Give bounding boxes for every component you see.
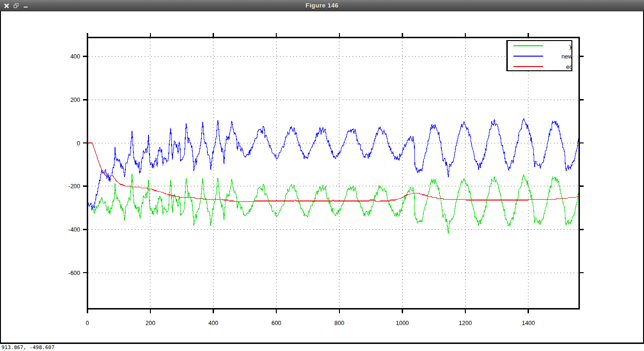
- x-tick-label: 0: [86, 320, 89, 326]
- figure-window: Figure 146 02004006008001000120014004002…: [0, 0, 644, 351]
- x-tick-label: 600: [272, 320, 281, 326]
- window-title: Figure 146: [0, 0, 644, 11]
- x-tick-label: 1200: [459, 320, 472, 326]
- status-bar: 913.867, -498.607: [0, 344, 644, 351]
- y-tick-label: -600: [68, 270, 80, 276]
- x-tick-label: 400: [208, 320, 218, 326]
- figure-plot: 02004006008001000120014004002000-200-400…: [1, 11, 643, 343]
- plot-canvas[interactable]: 02004006008001000120014004002000-200-400…: [0, 11, 644, 344]
- y-tick-label: -200: [68, 183, 80, 190]
- x-tick-label: 200: [145, 320, 155, 326]
- y-tick-label: 200: [70, 97, 80, 103]
- y-tick-label: -400: [68, 226, 80, 233]
- x-tick-label: 1400: [522, 320, 535, 326]
- y-tick-label: 400: [70, 53, 80, 60]
- x-tick-label: 1000: [396, 320, 409, 326]
- window-titlebar[interactable]: Figure 146: [0, 0, 644, 11]
- x-tick-label: 800: [334, 320, 344, 326]
- plot-area[interactable]: [88, 37, 579, 309]
- y-tick-label: 0: [77, 140, 80, 147]
- cursor-coordinates: 913.867, -498.607: [1, 344, 55, 351]
